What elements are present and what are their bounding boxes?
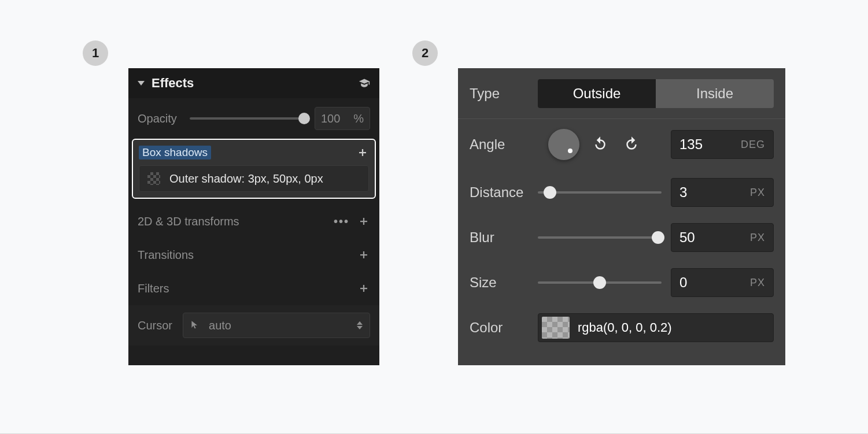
add-transition-button[interactable]: [357, 248, 370, 261]
transitions-label: Transitions: [138, 248, 194, 262]
shadow-color-swatch[interactable]: [147, 172, 160, 185]
type-row: Type Outside Inside: [458, 68, 785, 119]
step-badge-2: 2: [412, 40, 438, 66]
transitions-row: Transitions: [128, 238, 379, 272]
blur-unit: PX: [750, 232, 765, 244]
color-swatch[interactable]: [542, 317, 570, 339]
filters-row: Filters: [128, 272, 379, 305]
rotate-cw-button[interactable]: [621, 134, 642, 155]
box-shadow-item-label: Outer shadow: 3px, 50px, 0px: [169, 172, 323, 186]
cursor-arrow-icon: [190, 320, 201, 331]
box-shadow-item[interactable]: Outer shadow: 3px, 50px, 0px: [139, 165, 369, 192]
add-transform-button[interactable]: [357, 215, 370, 228]
type-label: Type: [470, 86, 538, 102]
angle-value: 135: [679, 136, 703, 153]
distance-slider-thumb[interactable]: [544, 186, 556, 199]
size-value-box[interactable]: 0 PX: [671, 268, 774, 297]
size-slider-thumb[interactable]: [593, 276, 606, 289]
box-shadows-title[interactable]: Box shadows: [139, 146, 211, 159]
cursor-row: Cursor auto: [128, 305, 379, 346]
distance-unit: PX: [750, 187, 765, 199]
blur-slider-thumb[interactable]: [652, 231, 664, 244]
opacity-unit: %: [353, 112, 364, 125]
blur-row: Blur 50 PX: [458, 215, 785, 260]
distance-value-box[interactable]: 3 PX: [671, 178, 774, 207]
cursor-label: Cursor: [138, 319, 172, 332]
rotate-ccw-button[interactable]: [590, 134, 611, 155]
filters-label: Filters: [138, 282, 169, 295]
effects-panel: Effects Opacity 100 % Box shadows Outer …: [128, 68, 379, 365]
distance-value: 3: [679, 184, 687, 201]
angle-label: Angle: [470, 136, 538, 153]
box-shadows-section: Box shadows Outer shadow: 3px, 50px, 0px: [132, 139, 376, 199]
color-value: rgba(0, 0, 0, 0.2): [578, 320, 672, 335]
size-value: 0: [679, 275, 687, 291]
type-segmented-control: Outside Inside: [538, 79, 774, 108]
more-icon[interactable]: •••: [334, 215, 349, 228]
distance-slider[interactable]: [538, 191, 662, 194]
angle-row: Angle 135 DEG: [458, 119, 785, 170]
opacity-value-box[interactable]: 100 %: [315, 107, 370, 130]
add-filter-button[interactable]: [357, 282, 370, 295]
size-slider[interactable]: [538, 281, 662, 284]
distance-row: Distance 3 PX: [458, 170, 785, 215]
step-badge-1: 1: [83, 40, 108, 66]
type-inside-button[interactable]: Inside: [656, 79, 774, 108]
color-row: Color rgba(0, 0, 0, 0.2): [458, 305, 785, 350]
select-chevrons-icon: [357, 321, 363, 329]
transforms-label: 2D & 3D transforms: [138, 215, 239, 228]
opacity-slider-thumb[interactable]: [298, 113, 310, 124]
blur-label: Blur: [470, 229, 538, 246]
angle-value-box[interactable]: 135 DEG: [671, 130, 774, 159]
add-box-shadow-button[interactable]: [356, 146, 369, 159]
distance-label: Distance: [470, 184, 538, 201]
opacity-slider[interactable]: [190, 117, 304, 120]
blur-value: 50: [679, 229, 695, 246]
blur-slider[interactable]: [538, 236, 662, 239]
type-outside-button[interactable]: Outside: [538, 79, 656, 108]
transforms-row: 2D & 3D transforms •••: [128, 205, 379, 238]
opacity-label: Opacity: [138, 112, 177, 125]
angle-dial[interactable]: [548, 129, 579, 160]
cursor-select[interactable]: auto: [183, 313, 370, 338]
size-label: Size: [470, 275, 538, 291]
angle-unit: DEG: [741, 139, 765, 151]
graduation-cap-icon[interactable]: [359, 77, 370, 89]
size-unit: PX: [750, 277, 765, 289]
size-row: Size 0 PX: [458, 260, 785, 305]
collapse-triangle-icon: [138, 81, 145, 86]
opacity-value: 100: [321, 112, 340, 125]
color-input[interactable]: rgba(0, 0, 0, 0.2): [538, 313, 774, 342]
effects-title: Effects: [152, 76, 194, 91]
shadow-settings-panel: Type Outside Inside Angle 135 DEG Distan…: [458, 68, 785, 365]
effects-header[interactable]: Effects: [128, 68, 379, 98]
color-label: Color: [470, 320, 538, 336]
angle-indicator-dot: [568, 149, 572, 153]
cursor-value: auto: [209, 319, 231, 332]
blur-value-box[interactable]: 50 PX: [671, 223, 774, 252]
opacity-row: Opacity 100 %: [128, 98, 379, 139]
